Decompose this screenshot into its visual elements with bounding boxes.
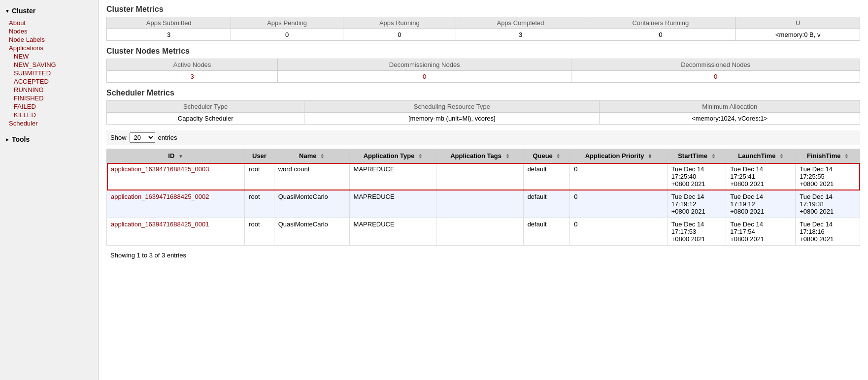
th-priority[interactable]: Application Priority ⇕ (570, 149, 667, 163)
cell-id[interactable]: application_1639471688425_0003 (107, 163, 245, 190)
tools-label: Tools (12, 135, 30, 143)
applications-submenu: NEW NEW_SAVING SUBMITTED ACCEPTED RUNNIN… (9, 52, 93, 119)
cell-app-tags (436, 190, 524, 218)
sidebar-item-new-saving[interactable]: NEW_SAVING (14, 61, 93, 69)
cell-user: root (245, 218, 274, 246)
entries-select[interactable]: 10 20 25 50 100 (130, 132, 155, 143)
cell-priority: 0 (570, 190, 667, 218)
name-sort-icon: ⇕ (320, 154, 324, 159)
cell-name: word count (274, 163, 349, 190)
applications-table: ID ▼ User Name ⇕ Application Type ⇕ Appl… (106, 149, 860, 246)
show-label: Show (110, 134, 127, 141)
cluster-menu-header[interactable]: ▼ Cluster (0, 4, 98, 18)
sidebar-item-submitted[interactable]: SUBMITTED (14, 69, 93, 77)
cell-queue: default (523, 163, 570, 190)
cell-app-type: MAPREDUCE (349, 163, 436, 190)
sidebar-item-applications[interactable]: Applications (9, 44, 93, 52)
col-scheduler-type: Scheduler Type (107, 101, 304, 113)
starttime-sort-icon: ⇕ (711, 154, 715, 159)
sidebar-item-finished[interactable]: FINISHED (14, 94, 93, 102)
th-user[interactable]: User (245, 149, 274, 163)
cell-app-tags (436, 163, 524, 190)
cluster-nodes-metrics-title: Cluster Nodes Metrics (106, 47, 860, 56)
cell-queue: default (523, 190, 570, 218)
col-apps-completed: Apps Completed (456, 17, 585, 29)
col-decommissioning-nodes: Decommissioning Nodes (278, 59, 571, 71)
val-min-allocation: <memory:1024, vCores:1> (600, 113, 860, 125)
cell-finishtime: Tue Dec 1417:25:55+0800 2021 (796, 163, 860, 190)
sidebar: ▼ Cluster About Nodes Node Labels Applic… (0, 0, 99, 380)
val-scheduler-type: Capacity Scheduler (107, 113, 304, 125)
priority-sort-icon: ⇕ (648, 154, 652, 159)
th-id[interactable]: ID ▼ (107, 149, 245, 163)
sidebar-item-nodes[interactable]: Nodes (9, 27, 93, 35)
cluster-metrics-title: Cluster Metrics (106, 5, 860, 14)
cell-app-type: MAPREDUCE (349, 190, 436, 218)
val-apps-pending: 0 (231, 29, 343, 41)
th-starttime[interactable]: StartTime ⇕ (667, 149, 726, 163)
cell-launchtime: Tue Dec 1417:25:41+0800 2021 (726, 163, 796, 190)
col-apps-submitted: Apps Submitted (107, 17, 231, 29)
table-row: application_1639471688425_0001 root Quas… (107, 218, 860, 246)
tools-menu-header[interactable]: ► Tools (0, 132, 98, 146)
val-containers-running: 0 (585, 29, 736, 41)
val-scheduling-resource-type: [memory-mb (unit=Mi), vcores] (304, 113, 600, 125)
val-active-nodes[interactable]: 3 (107, 71, 278, 83)
cluster-label: Cluster (12, 7, 35, 15)
scheduler-metrics-table: Scheduler Type Scheduling Resource Type … (106, 100, 860, 125)
entries-label: entries (158, 134, 177, 141)
cell-user: root (245, 190, 274, 218)
sidebar-item-accepted[interactable]: ACCEPTED (14, 77, 93, 86)
cell-id[interactable]: application_1639471688425_0001 (107, 218, 245, 246)
cell-starttime: Tue Dec 1417:19:12+0800 2021 (667, 190, 726, 218)
val-apps-completed: 3 (456, 29, 585, 41)
finishtime-sort-icon: ⇕ (844, 154, 848, 159)
cluster-metrics-table: Apps Submitted Apps Pending Apps Running… (106, 17, 860, 41)
id-sort-icon: ▼ (178, 154, 183, 159)
col-scheduling-resource-type: Scheduling Resource Type (304, 101, 600, 113)
val-u: <memory:0 B, v (736, 29, 860, 41)
cluster-links: About Nodes Node Labels Applications NEW… (0, 18, 98, 128)
th-queue[interactable]: Queue ⇕ (523, 149, 570, 163)
tools-arrow-icon: ► (5, 137, 10, 142)
launchtime-sort-icon: ⇕ (779, 154, 783, 159)
queue-sort-icon: ⇕ (556, 154, 560, 159)
th-launchtime[interactable]: LaunchTime ⇕ (726, 149, 796, 163)
val-apps-running: 0 (343, 29, 456, 41)
cell-launchtime: Tue Dec 1417:19:12+0800 2021 (726, 190, 796, 218)
val-decommissioning-nodes[interactable]: 0 (278, 71, 571, 83)
th-name[interactable]: Name ⇕ (274, 149, 349, 163)
sidebar-item-failed[interactable]: FAILED (14, 102, 93, 111)
val-decommissioned-nodes[interactable]: 0 (571, 71, 860, 83)
th-app-tags[interactable]: Application Tags ⇕ (436, 149, 524, 163)
cell-app-type: MAPREDUCE (349, 218, 436, 246)
sidebar-item-new[interactable]: NEW (14, 52, 93, 61)
th-app-type[interactable]: Application Type ⇕ (349, 149, 436, 163)
cluster-arrow-icon: ▼ (5, 8, 10, 14)
col-apps-running: Apps Running (343, 17, 456, 29)
cell-app-tags (436, 218, 524, 246)
col-apps-pending: Apps Pending (231, 17, 343, 29)
col-containers-running: Containers Running (585, 17, 736, 29)
table-row: application_1639471688425_0003 root word… (107, 163, 860, 190)
cell-launchtime: Tue Dec 1417:17:54+0800 2021 (726, 218, 796, 246)
cell-starttime: Tue Dec 1417:25:40+0800 2021 (667, 163, 726, 190)
cell-finishtime: Tue Dec 1417:19:31+0800 2021 (796, 190, 860, 218)
th-finishtime[interactable]: FinishTime ⇕ (796, 149, 860, 163)
sidebar-item-running[interactable]: RUNNING (14, 86, 93, 94)
col-active-nodes: Active Nodes (107, 59, 278, 71)
col-decommissioned-nodes: Decommissioned Nodes (571, 59, 860, 71)
cell-id[interactable]: application_1639471688425_0002 (107, 190, 245, 218)
sidebar-item-about[interactable]: About (9, 19, 93, 27)
scheduler-metrics-title: Scheduler Metrics (106, 89, 860, 97)
val-apps-submitted: 3 (107, 29, 231, 41)
sidebar-item-killed[interactable]: KILLED (14, 111, 93, 119)
show-entries-row: Show 10 20 25 50 100 entries (106, 130, 860, 145)
cell-name: QuasiMonteCarlo (274, 190, 349, 218)
sidebar-item-node-labels[interactable]: Node Labels (9, 35, 93, 44)
table-row: application_1639471688425_0002 root Quas… (107, 190, 860, 218)
sidebar-item-scheduler[interactable]: Scheduler (9, 119, 93, 127)
col-min-allocation: Minimum Allocation (600, 101, 860, 113)
main-content: Cluster Metrics Apps Submitted Apps Pend… (99, 0, 868, 380)
col-u: U (736, 17, 860, 29)
